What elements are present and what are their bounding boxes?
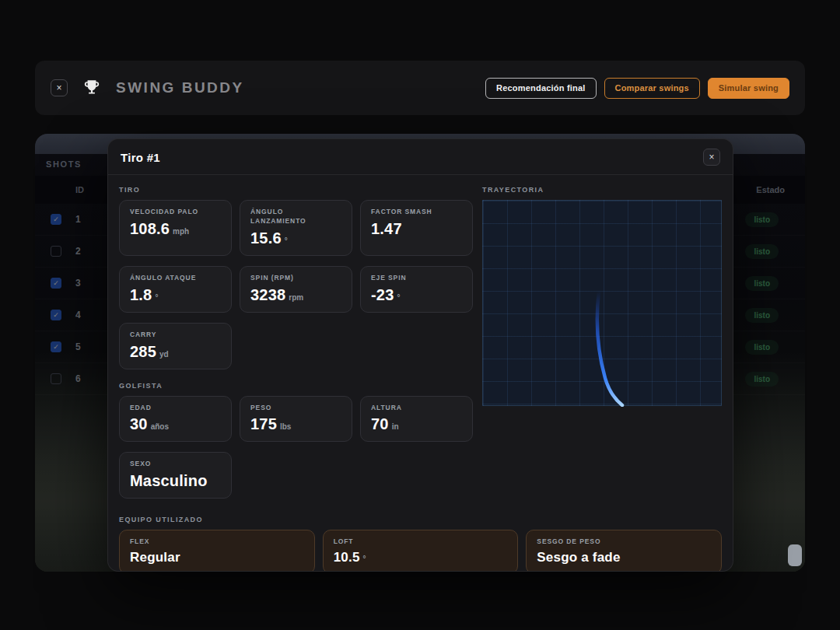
status-badge: listo [745, 276, 779, 291]
status-badge: listo [745, 340, 779, 355]
app-logo-trophy-icon [80, 76, 103, 100]
trajectory-chart [482, 200, 722, 406]
metrics-column: TIRO VELOCIDAD PALO 108.6mph ÁNGULO LANZ… [119, 180, 473, 499]
row-id: 4 [75, 310, 81, 320]
row-checkbox[interactable]: ✓ [51, 246, 61, 257]
modal-title: Tiro #1 [121, 151, 160, 164]
row-checkbox[interactable]: ✓ [51, 373, 61, 384]
section-label-trayectoria: TRAYECTORIA [482, 186, 722, 194]
row-checkbox[interactable]: ✓ [51, 214, 61, 225]
modal-close-button[interactable]: × [703, 149, 720, 166]
simular-swing-button[interactable]: Simular swing [708, 78, 789, 99]
status-badge: listo [745, 372, 779, 387]
row-checkbox[interactable]: ✓ [51, 278, 61, 289]
status-badge: listo [745, 244, 779, 259]
row-id: 5 [75, 341, 81, 352]
check-icon: ✓ [53, 344, 59, 351]
comparar-swings-button[interactable]: Comparar swings [604, 78, 700, 99]
equipment-card-sesgo-peso: SESGO DE PESO Sesgo a fade [526, 530, 722, 572]
app-title: SWING BUDDY [116, 79, 244, 96]
status-badge: listo [745, 308, 779, 323]
shot-detail-modal: Tiro #1 × TIRO VELOCIDAD PALO 108.6mph Á… [107, 138, 733, 572]
row-id: 6 [75, 373, 81, 384]
row-checkbox[interactable]: ✓ [51, 310, 61, 320]
metric-card-velocidad-palo: VELOCIDAD PALO 108.6mph [119, 200, 232, 256]
column-header-estado: Estado [756, 185, 785, 194]
equipment-card-loft: LOFT 10.5° [323, 530, 519, 572]
metric-card-factor-smash: FACTOR SMASH 1.47 [360, 200, 473, 256]
row-id: 3 [75, 278, 81, 289]
metric-card-spin: SPIN (RPM) 3238rpm [240, 266, 352, 313]
top-header-bar: × SWING BUDDY Recomendación final Compar… [35, 61, 805, 115]
check-icon: ✓ [53, 280, 59, 287]
check-icon: ✓ [53, 312, 59, 319]
column-header-id: ID [75, 185, 84, 194]
metric-card-altura: ALTURA 70in [360, 396, 473, 443]
window-close-button[interactable]: × [51, 79, 68, 96]
golfista-cards-grid: EDAD 30años PESO 175lbs ALTURA 70in SE [119, 396, 473, 499]
equipment-card-flex: FLEX Regular [119, 530, 315, 572]
tiro-cards-grid: VELOCIDAD PALO 108.6mph ÁNGULO LANZAMIEN… [119, 200, 473, 369]
recomendacion-final-button[interactable]: Recomendación final [485, 78, 596, 99]
trajectory-line [483, 201, 723, 407]
app-window: × SWING BUDDY Recomendación final Compar… [0, 0, 840, 630]
section-label-equipo: EQUIPO UTILIZADO [119, 516, 722, 523]
metric-card-eje-spin: EJE SPIN -23° [360, 266, 473, 313]
metric-card-angulo-lanzamiento: ÁNGULO LANZAMIENTO 15.6° [240, 200, 352, 256]
modal-header: Tiro #1 × [108, 139, 733, 175]
section-label-golfista: GOLFISTA [119, 382, 473, 390]
metric-card-peso: PESO 175lbs [240, 396, 352, 443]
row-checkbox[interactable]: ✓ [51, 341, 61, 352]
header-actions: Recomendación final Comparar swings Simu… [485, 78, 789, 99]
status-badge: listo [745, 212, 779, 227]
modal-body: TIRO VELOCIDAD PALO 108.6mph ÁNGULO LANZ… [108, 175, 733, 572]
metric-card-sexo: SEXO Masculino [119, 452, 232, 499]
equipment-cards-grid: FLEX Regular LOFT 10.5° SESGO DE PESO Se… [119, 530, 722, 572]
metric-card-edad: EDAD 30años [119, 396, 232, 443]
row-id: 2 [75, 246, 81, 257]
trajectory-column: TRAYECTORIA [482, 180, 722, 499]
scrollbar-thumb[interactable] [788, 544, 802, 566]
section-label-tiro: TIRO [119, 186, 473, 194]
metric-card-carry: CARRY 285yd [119, 323, 232, 369]
check-icon: ✓ [53, 216, 59, 223]
metric-card-angulo-ataque: ÁNGULO ATAQUE 1.8° [119, 266, 232, 313]
row-id: 1 [75, 214, 81, 225]
